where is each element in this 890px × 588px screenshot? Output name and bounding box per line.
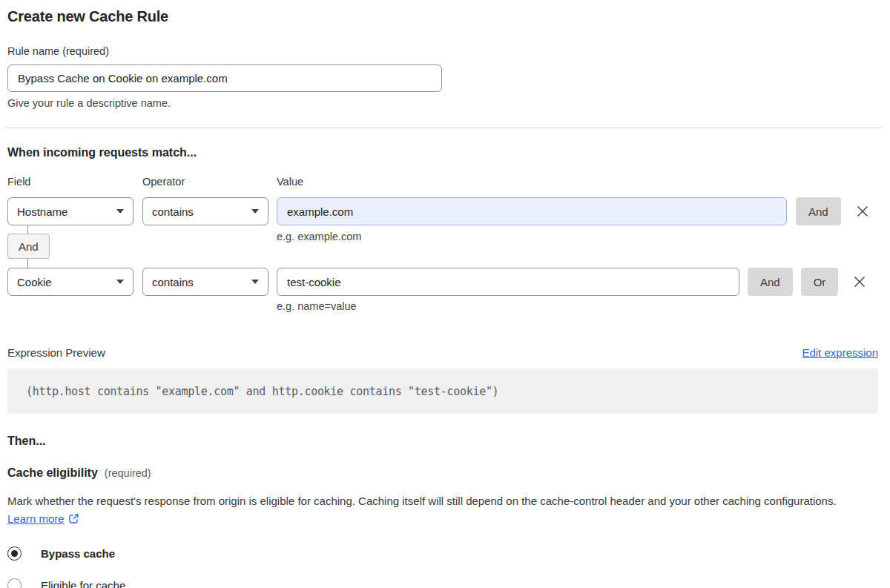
field-select-1[interactable]: Hostname bbox=[7, 197, 134, 225]
operator-select-1-value: contains bbox=[152, 205, 194, 218]
required-note: (required) bbox=[105, 467, 151, 479]
create-cache-rule-page: Create new Cache Rule Rule name (require… bbox=[0, 0, 890, 588]
value-hint-1: e.g. example.com bbox=[277, 231, 361, 242]
rule-name-input[interactable] bbox=[7, 65, 442, 92]
field-select-2-value: Cookie bbox=[17, 276, 52, 288]
and-button-row-1[interactable]: And bbox=[796, 197, 841, 225]
or-button-row-2[interactable]: Or bbox=[801, 268, 839, 296]
close-icon bbox=[853, 275, 866, 288]
field-select-2[interactable]: Cookie bbox=[7, 268, 134, 296]
value-column-label: Value bbox=[277, 176, 303, 188]
field-column-label: Field bbox=[7, 176, 30, 188]
operator-select-1[interactable]: contains bbox=[142, 197, 268, 225]
condition-row-2: Cookie contains And Or bbox=[7, 268, 867, 296]
radio-bypass-cache-label: Bypass cache bbox=[41, 547, 115, 560]
rule-name-help: Give your rule a descriptive name. bbox=[7, 97, 878, 109]
radio-option-bypass-cache[interactable]: Bypass cache bbox=[7, 546, 878, 561]
match-heading: When incoming requests match... bbox=[7, 146, 878, 159]
chevron-down-icon bbox=[116, 209, 124, 214]
and-button-row-2[interactable]: And bbox=[748, 268, 793, 296]
cache-eligibility-title: Cache eligibility bbox=[7, 466, 98, 480]
rule-name-label: Rule name (required) bbox=[7, 45, 878, 57]
then-heading: Then... bbox=[7, 435, 878, 448]
remove-row-2-button[interactable] bbox=[852, 268, 867, 296]
radio-unselected-icon[interactable] bbox=[7, 578, 22, 588]
column-labels: Field Operator Value bbox=[7, 176, 878, 188]
field-select-1-value: Hostname bbox=[17, 205, 67, 218]
external-link-icon bbox=[68, 513, 79, 524]
section-divider bbox=[4, 128, 882, 128]
chevron-down-icon bbox=[251, 209, 259, 214]
cache-eligibility-description: Mark whether the request's response from… bbox=[7, 492, 868, 528]
radio-selected-icon[interactable] bbox=[7, 546, 22, 561]
value-input-2[interactable] bbox=[277, 268, 739, 296]
learn-more-link[interactable]: Learn more bbox=[7, 512, 65, 525]
description-text: Mark whether the request's response from… bbox=[7, 495, 837, 507]
expression-header: Expression Preview Edit expression bbox=[7, 346, 878, 359]
radio-eligible-for-cache-label: Eligible for cache bbox=[41, 579, 125, 588]
close-icon bbox=[856, 205, 869, 218]
value-hint-2: e.g. name=value bbox=[277, 300, 357, 312]
expression-code-block: (http.host contains "example.com" and ht… bbox=[7, 369, 878, 414]
chevron-down-icon bbox=[251, 280, 259, 284]
row-connector-and-button[interactable]: And bbox=[7, 234, 50, 259]
operator-select-2-value: contains bbox=[152, 276, 194, 288]
radio-option-eligible-for-cache[interactable]: Eligible for cache bbox=[7, 578, 878, 588]
value-input-1[interactable] bbox=[277, 197, 787, 225]
operator-select-2[interactable]: contains bbox=[142, 268, 268, 296]
remove-row-1-button[interactable] bbox=[855, 197, 870, 225]
condition-row-1: Hostname contains And bbox=[7, 197, 870, 225]
operator-column-label: Operator bbox=[142, 176, 185, 188]
page-title: Create new Cache Rule bbox=[7, 0, 878, 25]
edit-expression-link[interactable]: Edit expression bbox=[802, 346, 878, 359]
chevron-down-icon bbox=[116, 280, 124, 284]
match-builder: And Hostname contains And e.g. example.c… bbox=[7, 197, 878, 314]
cache-eligibility-heading: Cache eligibility (required) bbox=[7, 466, 878, 480]
expression-preview-label: Expression Preview bbox=[7, 346, 105, 359]
